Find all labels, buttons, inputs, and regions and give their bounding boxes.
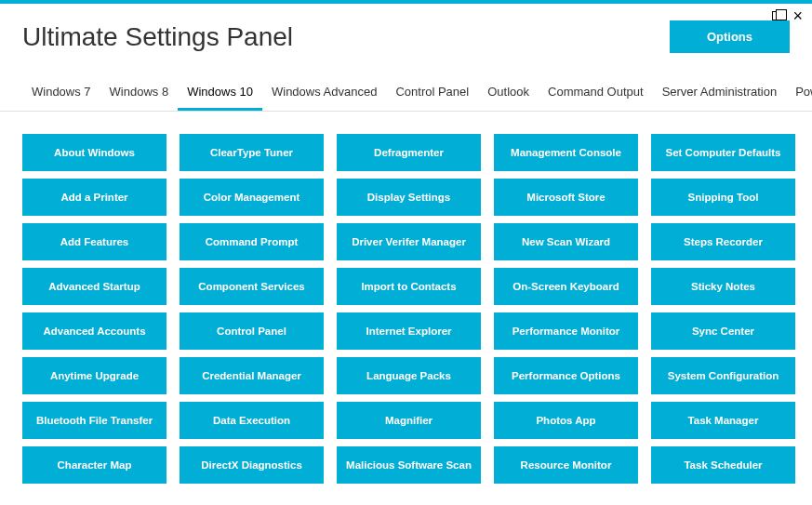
- tab-windows-8[interactable]: Windows 8: [100, 77, 179, 111]
- tile-steps-recorder[interactable]: Steps Recorder: [651, 223, 795, 260]
- tile-color-management[interactable]: Color Management: [180, 179, 324, 216]
- tile-microsoft-store[interactable]: Microsoft Store: [494, 179, 638, 216]
- tile-system-configuration[interactable]: System Configuration: [651, 357, 795, 394]
- tile-internet-explorer[interactable]: Internet Explorer: [337, 312, 481, 350]
- tile-import-to-contacts[interactable]: Import to Contacts: [337, 268, 481, 305]
- tab-server-administration[interactable]: Server Administration: [653, 77, 787, 111]
- tile-character-map[interactable]: Character Map: [22, 446, 166, 484]
- tile-resource-monitor[interactable]: Resource Monitor: [494, 446, 638, 484]
- tile-photos-app[interactable]: Photos App: [494, 402, 638, 439]
- tile-management-console[interactable]: Management Console: [494, 134, 638, 171]
- tile-grid: About WindowsClearType TunerDefragmenter…: [22, 134, 790, 484]
- tile-bluetooth-file-transfer[interactable]: Bluetooth File Transfer: [22, 402, 166, 439]
- tile-malicious-software-scan[interactable]: Malicious Software Scan: [337, 446, 481, 484]
- tab-windows-10[interactable]: Windows 10: [178, 77, 262, 111]
- tile-anytime-upgrade[interactable]: Anytime Upgrade: [22, 357, 166, 394]
- close-icon[interactable]: ×: [792, 7, 803, 24]
- options-button[interactable]: Options: [670, 20, 790, 53]
- tile-cleartype-tuner[interactable]: ClearType Tuner: [180, 134, 324, 171]
- tile-control-panel[interactable]: Control Panel: [180, 312, 324, 350]
- tab-powershell[interactable]: Powershell: [786, 77, 812, 111]
- tab-windows-7[interactable]: Windows 7: [22, 77, 100, 111]
- tile-add-a-printer[interactable]: Add a Printer: [22, 179, 166, 216]
- tile-set-computer-defaults[interactable]: Set Computer Defaults: [651, 134, 795, 171]
- tile-magnifier[interactable]: Magnifier: [337, 402, 481, 439]
- tab-outlook[interactable]: Outlook: [478, 77, 539, 111]
- tile-command-prompt[interactable]: Command Prompt: [180, 223, 324, 260]
- tab-windows-advanced[interactable]: Windows Advanced: [262, 77, 386, 111]
- window-controls: ×: [772, 7, 803, 24]
- tile-snipping-tool[interactable]: Snipping Tool: [651, 179, 795, 216]
- tile-new-scan-wizard[interactable]: New Scan Wizard: [494, 223, 638, 260]
- tile-component-services[interactable]: Component Services: [180, 268, 324, 305]
- tile-about-windows[interactable]: About Windows: [22, 134, 166, 171]
- tabs-row: Windows 7Windows 8Windows 10Windows Adva…: [0, 77, 812, 112]
- tab-command-output[interactable]: Command Output: [539, 77, 653, 111]
- tile-language-packs[interactable]: Language Packs: [337, 357, 481, 394]
- tab-control-panel[interactable]: Control Panel: [386, 77, 478, 111]
- content-area: About WindowsClearType TunerDefragmenter…: [0, 112, 812, 493]
- tile-advanced-accounts[interactable]: Advanced Accounts: [22, 312, 166, 350]
- tile-on-screen-keyboard[interactable]: On-Screen Keyboard: [494, 268, 638, 305]
- tile-display-settings[interactable]: Display Settings: [337, 179, 481, 216]
- tile-sticky-notes[interactable]: Sticky Notes: [651, 268, 795, 305]
- tile-advanced-startup[interactable]: Advanced Startup: [22, 268, 166, 305]
- tile-task-manager[interactable]: Task Manager: [651, 402, 795, 439]
- tile-performance-monitor[interactable]: Performance Monitor: [494, 312, 638, 350]
- tile-driver-verifer-manager[interactable]: Driver Verifer Manager: [337, 223, 481, 260]
- tile-task-scheduler[interactable]: Task Scheduler: [651, 446, 795, 484]
- tile-directx-diagnostics[interactable]: DirectX Diagnostics: [180, 446, 324, 484]
- app-title: Ultimate Settings Panel: [22, 22, 293, 52]
- tile-performance-options[interactable]: Performance Options: [494, 357, 638, 394]
- tile-credential-manager[interactable]: Credential Manager: [180, 357, 324, 394]
- tile-add-features[interactable]: Add Features: [22, 223, 166, 260]
- tile-sync-center[interactable]: Sync Center: [651, 312, 795, 350]
- tile-defragmenter[interactable]: Defragmenter: [337, 134, 481, 171]
- maximize-icon[interactable]: [772, 9, 781, 22]
- tile-data-execution[interactable]: Data Execution: [180, 402, 324, 439]
- header: Ultimate Settings Panel Options: [0, 4, 812, 62]
